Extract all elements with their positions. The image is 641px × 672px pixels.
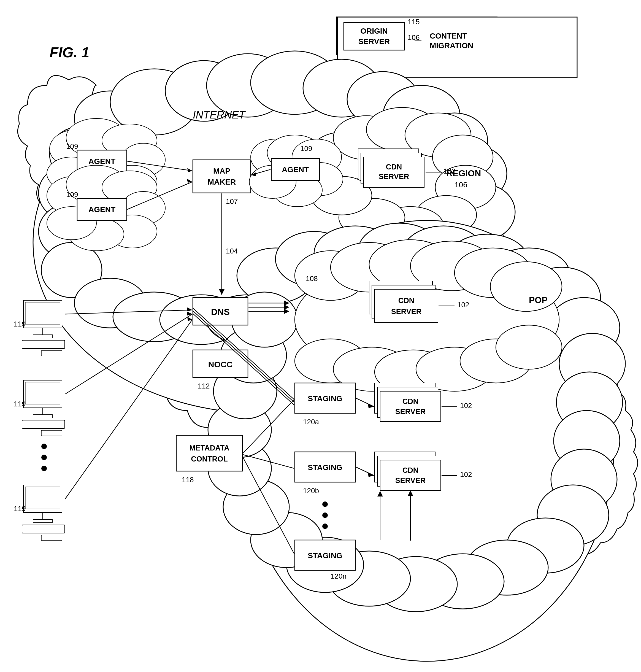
computer-1: 119 xyxy=(14,300,65,356)
computer-2: 119 xyxy=(14,380,65,436)
svg-text:106: 106 xyxy=(408,33,420,42)
diagram-svg: ORIGIN SERVER 115 106 CONTENT MIGRATION xyxy=(0,0,641,672)
svg-text:118: 118 xyxy=(182,475,194,484)
svg-rect-212 xyxy=(41,430,62,436)
svg-point-214 xyxy=(41,444,47,449)
svg-text:METADATA: METADATA xyxy=(189,444,229,452)
svg-text:102: 102 xyxy=(457,300,469,309)
svg-text:120a: 120a xyxy=(303,418,319,426)
svg-text:DNS: DNS xyxy=(211,307,230,317)
svg-text:CONTENT: CONTENT xyxy=(430,32,467,40)
svg-point-183 xyxy=(322,512,328,518)
svg-rect-48 xyxy=(364,157,424,187)
svg-text:119: 119 xyxy=(14,320,26,328)
svg-text:STAGING: STAGING xyxy=(308,394,342,403)
svg-rect-218 xyxy=(25,487,60,509)
svg-rect-75 xyxy=(193,160,251,193)
svg-rect-201 xyxy=(25,302,60,324)
svg-text:120n: 120n xyxy=(330,572,346,580)
svg-text:115: 115 xyxy=(408,18,420,26)
svg-rect-210 xyxy=(33,415,52,418)
svg-text:NOCC: NOCC xyxy=(208,360,232,369)
computer-3: 119 xyxy=(14,485,65,541)
svg-text:AGENT: AGENT xyxy=(282,165,309,174)
svg-rect-208 xyxy=(25,382,60,404)
svg-text:119: 119 xyxy=(14,400,26,408)
svg-text:SERVER: SERVER xyxy=(391,308,422,316)
pop-label: POP xyxy=(529,295,548,305)
svg-rect-220 xyxy=(33,519,52,523)
svg-text:CDN: CDN xyxy=(403,466,419,474)
internet-label: INTERNET xyxy=(193,109,246,121)
svg-point-132 xyxy=(490,262,562,311)
svg-text:120b: 120b xyxy=(303,487,319,495)
svg-rect-203 xyxy=(33,335,52,338)
svg-text:SERVER: SERVER xyxy=(358,37,390,46)
svg-point-215 xyxy=(41,455,47,460)
svg-rect-211 xyxy=(22,420,65,428)
svg-rect-221 xyxy=(22,525,65,533)
svg-text:MAKER: MAKER xyxy=(208,178,236,186)
svg-text:STAGING: STAGING xyxy=(308,551,342,560)
svg-text:104: 104 xyxy=(226,247,238,255)
svg-text:102: 102 xyxy=(460,470,472,479)
svg-text:112: 112 xyxy=(198,382,210,390)
svg-point-184 xyxy=(322,524,328,529)
svg-text:102: 102 xyxy=(444,167,455,175)
svg-text:SERVER: SERVER xyxy=(379,173,409,181)
svg-text:109: 109 xyxy=(300,144,312,153)
svg-rect-222 xyxy=(41,535,62,541)
svg-point-138 xyxy=(496,325,562,369)
svg-text:STAGING: STAGING xyxy=(308,463,342,472)
svg-text:CDN: CDN xyxy=(386,163,402,171)
svg-text:AGENT: AGENT xyxy=(88,157,115,165)
svg-text:AGENT: AGENT xyxy=(88,205,115,214)
svg-point-182 xyxy=(322,501,328,507)
svg-text:109: 109 xyxy=(66,190,78,199)
svg-text:119: 119 xyxy=(14,505,26,513)
svg-rect-205 xyxy=(41,350,62,356)
svg-rect-177 xyxy=(380,460,441,490)
svg-text:109: 109 xyxy=(66,142,78,150)
page: FIG. 1 ORIGIN SERVER 115 106 CONTENT MIG… xyxy=(0,0,641,672)
svg-rect-204 xyxy=(22,340,65,349)
svg-text:107: 107 xyxy=(226,197,238,205)
region-number: 106 xyxy=(454,180,467,189)
svg-text:CDN: CDN xyxy=(398,296,414,305)
svg-text:SERVER: SERVER xyxy=(395,476,426,485)
svg-text:102: 102 xyxy=(460,401,472,410)
svg-point-216 xyxy=(41,466,47,471)
svg-text:SERVER: SERVER xyxy=(395,407,426,416)
svg-rect-141 xyxy=(374,289,438,322)
svg-text:CDN: CDN xyxy=(403,397,419,406)
svg-text:CONTROL: CONTROL xyxy=(191,455,228,463)
svg-text:ORIGIN: ORIGIN xyxy=(360,27,388,35)
svg-rect-167 xyxy=(380,391,441,421)
svg-text:108: 108 xyxy=(306,274,318,283)
svg-text:MAP: MAP xyxy=(213,167,230,175)
svg-rect-158 xyxy=(176,435,242,471)
svg-text:MIGRATION: MIGRATION xyxy=(430,41,473,50)
